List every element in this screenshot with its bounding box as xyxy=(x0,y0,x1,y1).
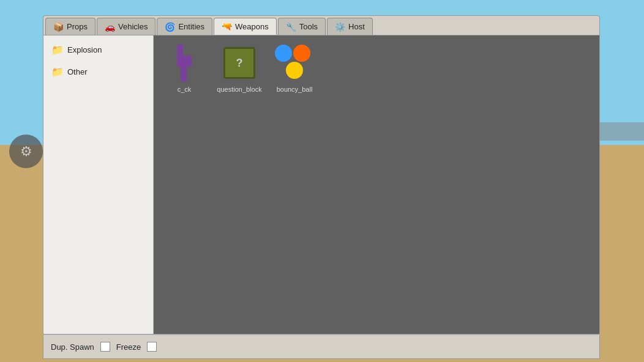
sidebar-item-other[interactable]: 📁 Other xyxy=(45,61,151,83)
sidebar-item-explosion[interactable]: 📁 Explosion xyxy=(45,39,151,61)
items-grid: c_ck ? question_block bouncy_ball xyxy=(154,35,599,334)
c-ck-shape xyxy=(172,45,197,81)
circle-yellow xyxy=(286,62,303,79)
tab-entities[interactable]: 🌀 Entities xyxy=(157,18,212,35)
freeze-checkbox[interactable] xyxy=(147,342,157,352)
dup-spawn-checkbox[interactable] xyxy=(100,342,110,352)
freeze-label: Freeze xyxy=(116,342,141,352)
host-icon: ⚙️ xyxy=(335,22,345,32)
tab-entities-label: Entities xyxy=(178,22,204,31)
bouncy-ball-icon-wrapper xyxy=(273,42,316,84)
item-c-ck[interactable]: c_ck xyxy=(160,42,209,93)
bottom-bar: Dup. Spawn Freeze xyxy=(43,334,600,359)
bouncy-ball-group xyxy=(275,45,315,81)
tab-tools-label: Tools xyxy=(299,22,318,31)
tab-vehicles[interactable]: 🚗 Vehicles xyxy=(97,18,155,35)
question-block-icon-wrapper: ? xyxy=(218,42,261,84)
tab-weapons-label: Weapons xyxy=(235,22,269,31)
question-block-shape: ? xyxy=(223,47,255,79)
tab-props[interactable]: 📦 Props xyxy=(45,18,95,35)
sidebar-item-other-label: Other xyxy=(67,67,88,76)
question-block-label: question_block xyxy=(217,86,261,93)
bouncy-ball-label: bouncy_ball xyxy=(277,86,313,93)
circle-orange xyxy=(293,45,310,62)
folder-icon-other: 📁 xyxy=(51,66,64,78)
folder-icon-explosion: 📁 xyxy=(51,44,64,56)
tools-icon: 🔧 xyxy=(286,22,296,32)
item-bouncy-ball[interactable]: bouncy_ball xyxy=(270,42,319,93)
tab-bar: 📦 Props 🚗 Vehicles 🌀 Entities 🔫 Weapons … xyxy=(43,15,600,35)
bg-wrench-icon: ⚙ xyxy=(9,135,43,168)
tab-host-label: Host xyxy=(348,22,365,31)
c-ck-label: c_ck xyxy=(178,86,192,93)
c-ck-icon-wrapper xyxy=(163,42,206,84)
entities-icon: 🌀 xyxy=(165,22,175,32)
weapons-icon: 🔫 xyxy=(222,21,232,31)
tab-tools[interactable]: 🔧 Tools xyxy=(278,18,326,35)
content-area: 📁 Explosion 📁 Other c_ck ? xyxy=(43,35,600,334)
item-question-block[interactable]: ? question_block xyxy=(215,42,264,93)
sidebar: 📁 Explosion 📁 Other xyxy=(43,35,154,334)
circle-blue xyxy=(275,45,292,62)
sidebar-item-explosion-label: Explosion xyxy=(67,45,102,54)
ui-panel: 📦 Props 🚗 Vehicles 🌀 Entities 🔫 Weapons … xyxy=(43,15,600,349)
props-icon: 📦 xyxy=(53,22,64,32)
tab-weapons[interactable]: 🔫 Weapons xyxy=(214,18,277,35)
tab-host[interactable]: ⚙️ Host xyxy=(327,18,373,35)
dup-spawn-label: Dup. Spawn xyxy=(51,342,94,352)
tab-vehicles-label: Vehicles xyxy=(118,22,148,31)
tab-props-label: Props xyxy=(67,22,88,31)
vehicles-icon: 🚗 xyxy=(105,22,115,32)
